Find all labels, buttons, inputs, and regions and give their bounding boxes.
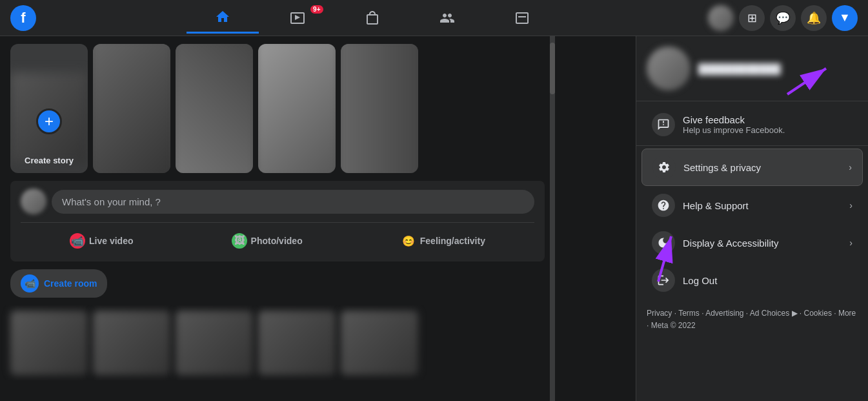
help-support-item[interactable]: Help & Support › (641, 187, 863, 223)
story-bg-2 (93, 44, 170, 173)
nav-home[interactable] (187, 3, 259, 34)
plus-icon: + (45, 112, 54, 130)
account-dropdown-button[interactable]: ▼ (832, 5, 858, 31)
photo-video-button[interactable]: 🖼 Photo/video (221, 228, 313, 254)
story-bg-3 (176, 44, 253, 173)
nav-gaming[interactable] (486, 3, 558, 34)
live-video-label: Live video (89, 236, 133, 246)
divider-1 (636, 145, 868, 146)
blurred-card-4 (258, 311, 336, 375)
watch-badge: 9+ (310, 5, 323, 14)
create-story-plus-btn[interactable]: + (36, 108, 62, 134)
give-feedback-title: Give feedback (683, 114, 853, 125)
blurred-card-1 (10, 311, 88, 375)
live-video-button[interactable]: 📹 Live video (59, 228, 143, 254)
create-story-card[interactable]: + Create story (10, 44, 88, 173)
help-title: Help & Support (683, 200, 842, 211)
logout-icon (652, 269, 675, 292)
post-actions: 📹 Live video 🖼 Photo/video 😊 Feeling/act… (21, 222, 534, 254)
feeling-activity-button[interactable]: 😊 Feeling/activity (390, 228, 496, 254)
settings-chevron: › (849, 162, 852, 172)
blurred-content-row (0, 305, 555, 380)
blurred-card-2 (93, 311, 170, 375)
feeling-activity-label: Feeling/activity (420, 236, 485, 246)
create-room-icon: 📹 (21, 274, 39, 293)
nav-left: f (10, 5, 36, 31)
nav-center: 9+ (36, 3, 708, 34)
display-icon (652, 231, 675, 254)
messenger-button[interactable]: 💬 (770, 5, 796, 31)
story-bg-4 (258, 44, 336, 173)
help-icon (652, 194, 675, 217)
nav-marketplace[interactable] (336, 3, 409, 34)
logout-item[interactable]: Log Out (641, 262, 863, 298)
blurred-card-3 (176, 311, 253, 375)
logout-text: Log Out (683, 275, 853, 286)
dropdown-profile-header[interactable]: ████████████ (636, 36, 868, 101)
dropdown-user-name: ████████████ (698, 63, 858, 74)
photo-video-label: Photo/video (251, 236, 303, 246)
post-avatar (21, 189, 46, 214)
story-card-5[interactable] (341, 44, 418, 173)
dropdown-footer: Privacy · Terms · Advertising · Ad Choic… (636, 300, 868, 340)
scrollbar-thumb[interactable] (550, 43, 555, 94)
logout-title: Log Out (683, 275, 853, 286)
post-box-top: What's on your mind, ? (21, 189, 534, 214)
messenger-icon: 💬 (776, 11, 790, 25)
top-navigation: f 9+ ⊞ 💬 🔔 (0, 0, 868, 36)
help-chevron: › (849, 200, 853, 211)
feeling-activity-icon: 😊 (401, 233, 416, 249)
bell-icon: 🔔 (807, 11, 821, 25)
post-box: What's on your mind, ? 📹 Live video 🖼 Ph… (10, 181, 545, 262)
grid-button[interactable]: ⊞ (739, 5, 765, 31)
post-input[interactable]: What's on your mind, ? (52, 190, 534, 214)
settings-text: Settings & privacy (683, 162, 841, 173)
create-room-label: Create room (44, 278, 97, 289)
display-accessibility-item[interactable]: Display & Accessibility › (641, 225, 863, 261)
display-title: Display & Accessibility (683, 238, 842, 249)
story-card-3[interactable] (176, 44, 253, 173)
display-chevron: › (849, 238, 853, 248)
story-card-4[interactable] (258, 44, 336, 173)
stories-row: + Create story (0, 36, 555, 181)
help-text: Help & Support (683, 200, 842, 211)
give-feedback-item[interactable]: Give feedback Help us improve Facebook. (641, 107, 863, 143)
display-text: Display & Accessibility (683, 238, 842, 249)
chevron-down-icon: ▼ (839, 11, 851, 25)
nav-watch[interactable]: 9+ (261, 3, 334, 34)
create-room-button[interactable]: 📹 Create room (10, 269, 107, 298)
live-video-icon: 📹 (70, 233, 85, 249)
notifications-button[interactable]: 🔔 (801, 5, 827, 31)
blurred-card-5 (341, 311, 418, 375)
photo-video-icon: 🖼 (232, 233, 247, 249)
main-content: + Create story W (0, 36, 868, 401)
settings-privacy-item[interactable]: Settings & privacy › (641, 149, 863, 186)
user-avatar[interactable] (708, 5, 734, 31)
nav-groups[interactable] (411, 3, 483, 34)
give-feedback-subtitle: Help us improve Facebook. (683, 125, 853, 135)
story-card-2[interactable] (93, 44, 170, 173)
settings-title: Settings & privacy (683, 162, 841, 173)
give-feedback-text: Give feedback Help us improve Facebook. (683, 114, 853, 135)
dropdown-avatar (647, 46, 691, 90)
grid-icon: ⊞ (747, 11, 757, 25)
create-story-label: Create story (25, 156, 74, 165)
settings-icon (652, 156, 676, 179)
account-dropdown-panel: ████████████ Give feedback Help us impro… (636, 36, 868, 401)
give-feedback-icon (652, 113, 675, 136)
feed-area: + Create story W (0, 36, 555, 401)
facebook-logo: f (10, 5, 36, 31)
story-bg-5 (341, 44, 418, 173)
footer-links: Privacy · Terms · Advertising · Ad Choic… (647, 309, 856, 330)
scrollbar[interactable] (550, 36, 555, 401)
nav-right: ⊞ 💬 🔔 ▼ (708, 5, 858, 31)
